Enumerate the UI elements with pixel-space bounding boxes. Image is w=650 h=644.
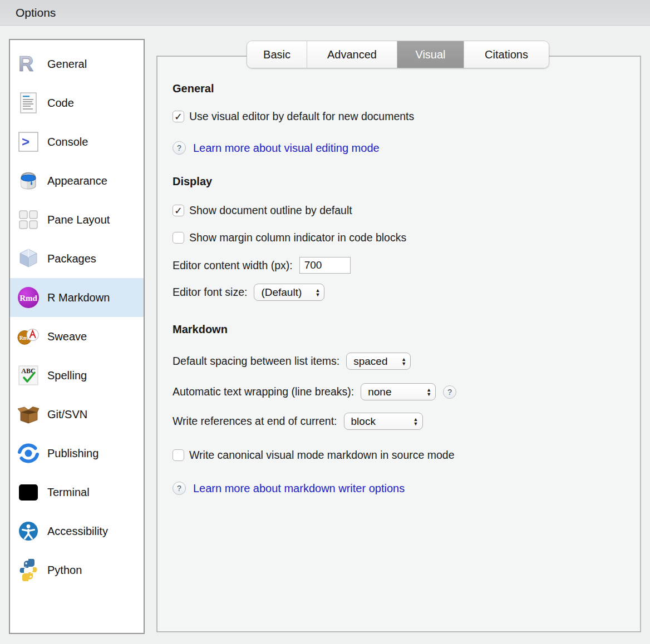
show-outline-row: ✓ Show document outline by default: [173, 204, 623, 217]
accessibility-icon: [17, 519, 40, 543]
write-references-select[interactable]: block ▲▼: [344, 413, 423, 430]
sidebar-item-label: Publishing: [47, 447, 99, 460]
learn-markdown-writer-link[interactable]: Learn more about markdown writer options: [193, 482, 405, 495]
sidebar-item-general[interactable]: R General: [10, 44, 144, 83]
learn-visual-editing-link[interactable]: Learn more about visual editing mode: [193, 142, 380, 155]
list-spacing-label: Default spacing between list items:: [173, 355, 339, 368]
visual-editing-help-row: ? Learn more about visual editing mode: [173, 141, 623, 155]
help-icon[interactable]: ?: [173, 141, 186, 155]
sidebar-item-console[interactable]: > Console: [10, 122, 144, 161]
sidebar-item-label: Console: [47, 136, 88, 148]
canonical-markdown-row: Write canonical visual mode markdown in …: [173, 449, 623, 462]
sidebar-item-label: Git/SVN: [47, 408, 87, 421]
appearance-icon: [17, 169, 40, 192]
font-size-value: (Default): [261, 286, 302, 299]
tab-visual[interactable]: Visual: [397, 41, 464, 68]
sidebar-item-label: Packages: [47, 252, 96, 265]
question-glyph: ?: [177, 484, 181, 493]
write-references-label: Write references at end of current:: [173, 415, 337, 428]
r-logo-icon: R: [17, 52, 40, 76]
git-svn-icon: [17, 403, 40, 426]
sidebar-item-appearance[interactable]: Appearance: [10, 161, 144, 200]
sidebar-item-r-markdown[interactable]: Rmd R Markdown: [10, 278, 144, 317]
use-visual-editor-label: Use visual editor by default for new doc…: [189, 110, 414, 123]
sidebar-item-accessibility[interactable]: Accessibility: [10, 512, 144, 551]
visual-options-panel: General ✓ Use visual editor by default f…: [156, 56, 641, 632]
python-icon: [17, 558, 40, 582]
sweave-icon: Rnw: [17, 325, 40, 348]
write-references-row: Write references at end of current: bloc…: [173, 413, 623, 430]
tab-advanced[interactable]: Advanced: [307, 41, 397, 68]
publishing-icon: [17, 442, 40, 465]
svg-text:Rmd: Rmd: [19, 294, 37, 303]
use-visual-editor-checkbox[interactable]: ✓: [173, 111, 184, 122]
sidebar-item-label: R Markdown: [47, 291, 110, 304]
sidebar-item-terminal[interactable]: Terminal: [10, 473, 144, 512]
show-margin-checkbox[interactable]: [173, 232, 184, 244]
sidebar-item-packages[interactable]: Packages: [10, 239, 144, 278]
stepper-arrows-icon: ▲▼: [401, 357, 406, 366]
help-icon[interactable]: ?: [173, 482, 186, 495]
section-heading-general: General: [173, 82, 623, 95]
content-width-row: Editor content width (px):: [173, 257, 623, 274]
code-icon: [17, 91, 40, 115]
sidebar-item-label: Accessibility: [47, 525, 108, 538]
section-heading-markdown: Markdown: [173, 323, 623, 336]
svg-text:>: >: [22, 134, 29, 149]
help-icon[interactable]: ?: [443, 385, 456, 399]
show-outline-checkbox[interactable]: ✓: [173, 205, 184, 216]
sidebar-item-label: Code: [47, 97, 74, 110]
stepper-arrows-icon: ▲▼: [413, 417, 418, 426]
question-glyph: ?: [447, 388, 452, 397]
sidebar-item-label: Appearance: [47, 175, 107, 187]
font-size-select[interactable]: (Default) ▲▼: [254, 284, 324, 301]
sidebar-item-label: Python: [47, 564, 82, 577]
stepper-arrows-icon: ▲▼: [315, 288, 320, 297]
canonical-markdown-label: Write canonical visual mode markdown in …: [189, 449, 455, 462]
text-wrapping-value: none: [368, 386, 391, 398]
sidebar-item-label: Spelling: [47, 369, 87, 382]
text-wrapping-select[interactable]: none ▲▼: [361, 383, 436, 400]
content-width-input[interactable]: [299, 257, 351, 274]
sidebar-item-label: General: [47, 58, 87, 71]
show-outline-label: Show document outline by default: [189, 204, 352, 217]
text-wrapping-row: Automatic text wrapping (line breaks): n…: [173, 383, 623, 400]
rmarkdown-icon: Rmd: [17, 286, 40, 309]
options-sidebar: R General Code > Console: [9, 39, 145, 634]
content-width-label: Editor content width (px):: [173, 259, 293, 272]
console-icon: >: [17, 130, 40, 153]
pane-layout-icon: [17, 208, 40, 231]
sidebar-item-publishing[interactable]: Publishing: [10, 434, 144, 473]
sidebar-item-pane-layout[interactable]: Pane Layout: [10, 200, 144, 239]
question-glyph: ?: [177, 143, 181, 152]
text-wrapping-label: Automatic text wrapping (line breaks):: [173, 385, 354, 398]
sidebar-item-python[interactable]: Python: [10, 551, 144, 589]
stepper-arrows-icon: ▲▼: [426, 388, 431, 397]
dialog-title: Options: [16, 6, 56, 19]
tab-citations[interactable]: Citations: [464, 41, 549, 68]
tab-basic[interactable]: Basic: [247, 41, 307, 68]
packages-icon: [17, 247, 40, 270]
terminal-icon: [17, 480, 40, 504]
section-heading-display: Display: [173, 175, 623, 188]
list-spacing-value: spaced: [353, 355, 387, 368]
show-margin-label: Show margin column indicator in code blo…: [189, 231, 406, 244]
dialog-titlebar: Options: [0, 0, 650, 26]
sidebar-item-spelling[interactable]: ABC Spelling: [10, 356, 144, 395]
list-spacing-select[interactable]: spaced ▲▼: [346, 353, 411, 370]
list-spacing-row: Default spacing between list items: spac…: [173, 353, 623, 370]
sidebar-item-code[interactable]: Code: [10, 83, 144, 122]
sidebar-item-git-svn[interactable]: Git/SVN: [10, 395, 144, 434]
spelling-icon: ABC: [17, 364, 40, 387]
sidebar-item-label: Terminal: [47, 486, 90, 499]
markdown-writer-help-row: ? Learn more about markdown writer optio…: [173, 482, 623, 495]
svg-text:R: R: [18, 53, 33, 75]
canonical-markdown-checkbox[interactable]: [173, 449, 184, 461]
sidebar-item-label: Sweave: [47, 330, 87, 343]
show-margin-row: Show margin column indicator in code blo…: [173, 231, 623, 244]
panel-tabs: Basic Advanced Visual Citations: [247, 41, 549, 68]
use-visual-editor-row: ✓ Use visual editor by default for new d…: [173, 110, 623, 123]
font-size-row: Editor font size: (Default) ▲▼: [173, 284, 623, 301]
sidebar-item-label: Pane Layout: [47, 214, 110, 226]
sidebar-item-sweave[interactable]: Rnw Sweave: [10, 317, 144, 356]
